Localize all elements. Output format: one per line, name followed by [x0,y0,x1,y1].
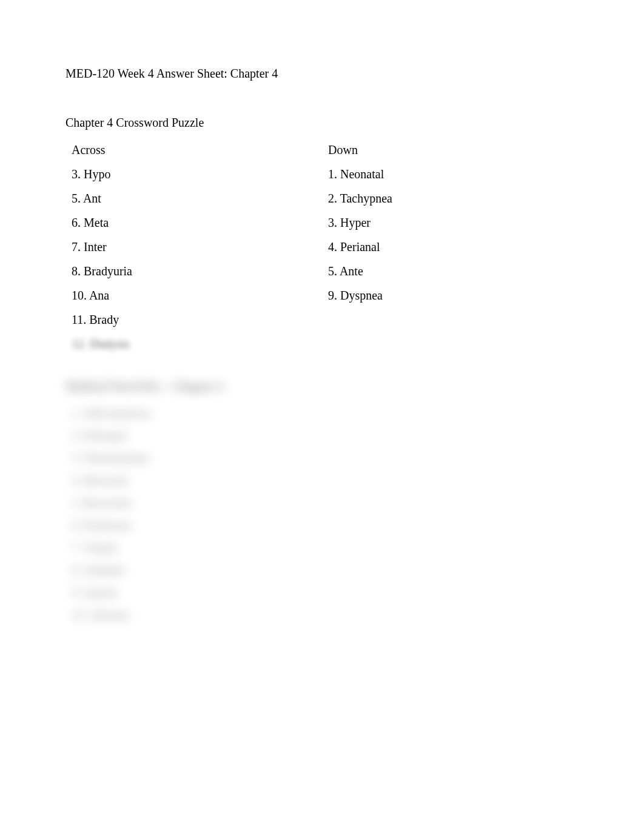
header-down: Down [322,138,579,163]
wordkit-cell: 2. Perinatal [65,424,343,447]
wordkit-cell: 7. Transit [65,537,343,559]
cell-down: 9. Dyspnea [322,284,579,308]
cell-down: 2. Tachypnea [322,187,579,211]
page-title: MED-120 Week 4 Answer Sheet: Chapter 4 [65,67,579,81]
table-row: 5. Recurrent [65,492,343,514]
cell-down [322,308,579,332]
wordkit-cell: 9. Autoid [65,582,343,604]
wordkit-table: 1. Subcutaneous 2. Perinatal 3. Thermome… [65,402,343,626]
wordkit-cell: 6. Prodrome [65,514,343,537]
cell-down: 1. Neonatal [322,163,579,187]
cell-across: 8. Bradyuria [65,260,322,284]
wordkit-cell: 1. Subcutaneous [65,402,343,424]
table-row: 1. Subcutaneous [65,402,343,424]
table-row: 2. Perinatal [65,424,343,447]
cell-across: 11. Brady [65,308,322,332]
table-row: 12. Dialysis [65,332,579,357]
table-row: 6. Meta 3. Hyper [65,211,579,235]
table-row: 6. Prodrome [65,514,343,537]
cell-across: 6. Meta [65,211,322,235]
cell-down [322,332,579,357]
cell-across: 10. Ana [65,284,322,308]
wordkit-cell: 5. Recurrent [65,492,343,514]
wordkit-cell: 10. Adverse [65,604,343,626]
cell-down: 4. Perianal [322,235,579,260]
wordkit-cell: 3. Thermometer [65,447,343,469]
table-row: 10. Adverse [65,604,343,626]
table-header-row: Across Down [65,138,579,163]
wordkit-cell: 4. Resected [65,469,343,492]
table-row: 9. Autoid [65,582,343,604]
header-across: Across [65,138,322,163]
cell-down: 3. Hyper [322,211,579,235]
cell-across: 3. Hypo [65,163,322,187]
table-row: 11. Brady [65,308,579,332]
cell-across: 5. Ant [65,187,322,211]
table-row: 3. Thermometer [65,447,343,469]
cell-down: 5. Ante [322,260,579,284]
cell-across: 7. Inter [65,235,322,260]
crossword-table: Across Down 3. Hypo 1. Neonatal 5. Ant 2… [65,138,579,357]
table-row: 8. Bradyuria 5. Ante [65,260,579,284]
table-row: 4. Resected [65,469,343,492]
wordkit-cell: 8. Antidote [65,559,343,582]
table-row: 10. Ana 9. Dyspnea [65,284,579,308]
cell-across: 12. Dialysis [65,332,322,357]
section1-title: Chapter 4 Crossword Puzzle [65,116,579,130]
table-row: 7. Inter 4. Perianal [65,235,579,260]
table-row: 5. Ant 2. Tachypnea [65,187,579,211]
table-row: 7. Transit [65,537,343,559]
table-row: 3. Hypo 1. Neonatal [65,163,579,187]
section2-title: Medical Word Kit – Chapter 4 [65,380,579,394]
table-row: 8. Antidote [65,559,343,582]
